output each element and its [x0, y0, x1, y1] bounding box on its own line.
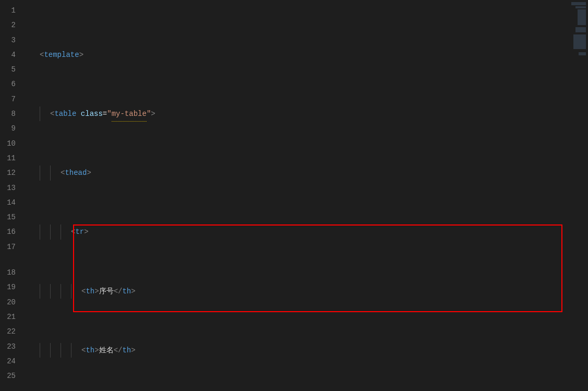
line-number: 22 [0, 324, 16, 339]
line-number: 24 [0, 354, 16, 369]
code-editor[interactable]: <template> <table class="my-table"> <the… [25, 0, 588, 391]
line-number: 13 [0, 181, 16, 195]
code-line[interactable]: <table class="my-table"> [29, 106, 588, 121]
code-line[interactable]: <tr> [29, 224, 588, 239]
code-line[interactable]: <th>序号</th> [29, 284, 588, 299]
line-number: 20 [0, 295, 16, 310]
line-number: 6 [0, 77, 16, 91]
line-number: 14 [0, 195, 16, 210]
line-number: 11 [0, 151, 16, 165]
line-number: 23 [0, 339, 16, 354]
line-number: 12 [0, 165, 16, 180]
line-number: 16 [0, 224, 16, 239]
line-number: 9 [0, 121, 16, 136]
minimap[interactable] [569, 0, 588, 391]
line-number: 7 [0, 92, 16, 106]
line-number: 8 [0, 106, 16, 121]
line-number [0, 254, 16, 265]
line-number: 17 [0, 240, 16, 254]
line-number: 5 [0, 62, 16, 77]
code-line[interactable]: <template> [29, 48, 588, 62]
code-line[interactable]: <th>姓名</th> [29, 343, 588, 358]
line-number: 10 [0, 136, 16, 151]
line-number: 4 [0, 48, 16, 62]
line-number: 1 [0, 3, 16, 18]
line-number: 21 [0, 310, 16, 324]
line-number: 25 [0, 369, 16, 383]
code-line[interactable]: <thead> [29, 165, 588, 180]
line-number: 2 [0, 18, 16, 32]
line-number: 15 [0, 210, 16, 224]
line-number: 18 [0, 265, 16, 280]
line-number: 3 [0, 33, 16, 48]
line-number-gutter: 1 2 3 4 5 6 7 8 9 10 11 12 13 14 15 16 1… [0, 0, 25, 391]
line-number: 19 [0, 280, 16, 294]
